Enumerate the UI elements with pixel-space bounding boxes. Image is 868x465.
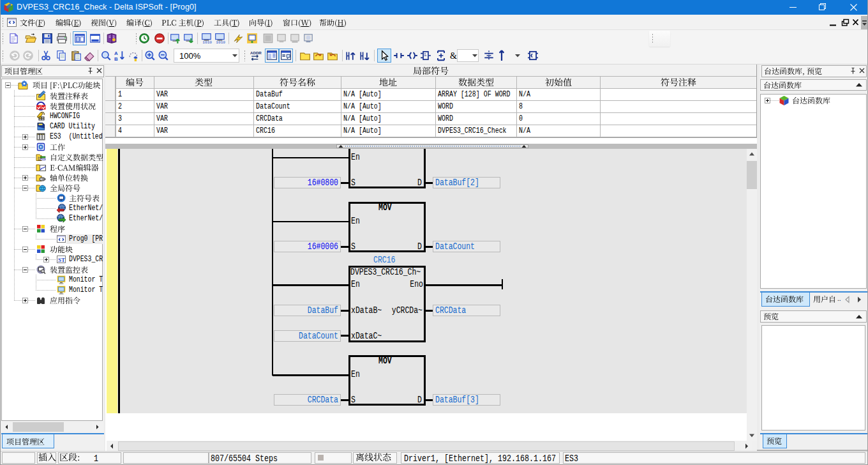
svg-text:ADDR: ADDR bbox=[250, 50, 262, 55]
svg-text:B: B bbox=[114, 56, 118, 61]
svg-text:A: A bbox=[114, 50, 118, 56]
svg-text:1010: 1010 bbox=[216, 40, 225, 44]
svg-text:1010: 1010 bbox=[202, 40, 212, 44]
svg-text:ST: ST bbox=[58, 257, 65, 263]
